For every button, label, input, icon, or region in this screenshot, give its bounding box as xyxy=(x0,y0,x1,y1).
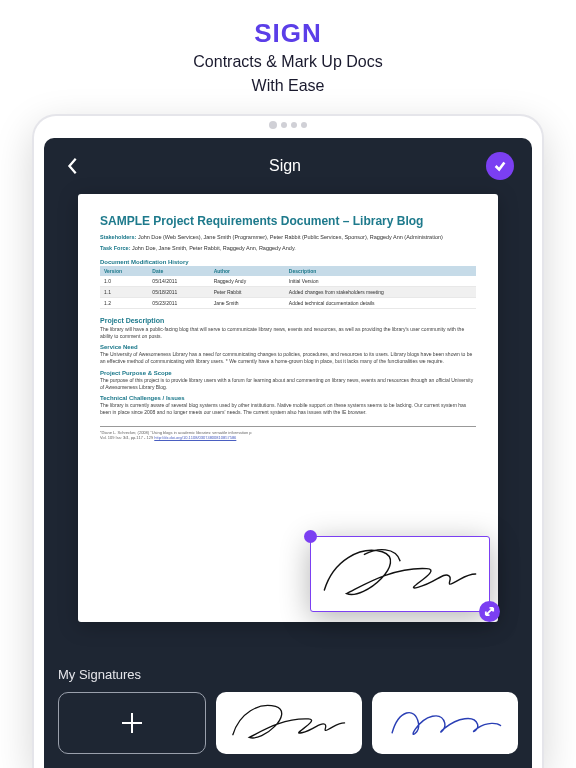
resize-handle-tl[interactable] xyxy=(304,530,317,543)
table-header: Description xyxy=(285,266,476,276)
hero-subtitle-2: With Ease xyxy=(0,75,576,97)
table-header: Version xyxy=(100,266,148,276)
app-screen: Sign SAMPLE Project Requirements Documen… xyxy=(44,138,532,768)
history-table: VersionDateAuthorDescription 1.005/14/20… xyxy=(100,266,476,309)
hero-subtitle-1: Contracts & Mark Up Docs xyxy=(0,51,576,73)
device-status-dots xyxy=(34,116,542,134)
table-row: 1.105/18/2011Peter RabbitAdded changes f… xyxy=(100,286,476,297)
section-tech-challenges-body: The library is currently aware of severa… xyxy=(100,402,476,416)
resize-handle-br[interactable] xyxy=(479,601,500,622)
section-service-need-heading: Service Need xyxy=(100,344,476,350)
section-tech-challenges-heading: Technical Challenges / Issues xyxy=(100,395,476,401)
doc-taskforce: Task Force: John Doe, Jane Smith, Peter … xyxy=(100,245,476,253)
add-signature-button[interactable] xyxy=(58,692,206,754)
screen-title: Sign xyxy=(269,157,301,175)
doc-title: SAMPLE Project Requirements Document – L… xyxy=(100,214,476,228)
signatures-panel: My Signatures xyxy=(44,655,532,768)
tablet-frame: Sign SAMPLE Project Requirements Documen… xyxy=(34,116,542,768)
section-project-purpose-body: The purpose of this project is to provid… xyxy=(100,377,476,391)
hero-title: SIGN xyxy=(0,18,576,49)
section-project-description-body: The library will have a public-facing bl… xyxy=(100,326,476,340)
table-header: Date xyxy=(148,266,209,276)
table-row: 1.005/14/2011Raggedy AndyInitial Version xyxy=(100,276,476,287)
signature-card-2[interactable] xyxy=(372,692,518,754)
section-service-need-body: The University of Awesomeness Library ha… xyxy=(100,351,476,365)
signature-overlay[interactable] xyxy=(310,536,490,612)
section-project-purpose-heading: Project Purpose & Scope xyxy=(100,370,476,376)
signatures-title: My Signatures xyxy=(58,667,518,682)
doc-footnote: *Diane L. Schrecker, (2008) "Using blogs… xyxy=(100,426,476,440)
back-button[interactable] xyxy=(62,155,84,177)
history-heading: Document Modification History xyxy=(100,259,476,265)
section-project-description-heading: Project Description xyxy=(100,317,476,324)
table-row: 1.205/23/2011Jane SmithAdded technical d… xyxy=(100,297,476,308)
confirm-button[interactable] xyxy=(486,152,514,180)
signature-card-1[interactable] xyxy=(216,692,362,754)
doc-stakeholders: Stakeholders: John Doe (Web Services), J… xyxy=(100,234,476,242)
hero-section: SIGN Contracts & Mark Up Docs With Ease xyxy=(0,0,576,104)
table-header: Author xyxy=(210,266,285,276)
topbar: Sign xyxy=(44,138,532,190)
signatures-row xyxy=(58,692,518,754)
